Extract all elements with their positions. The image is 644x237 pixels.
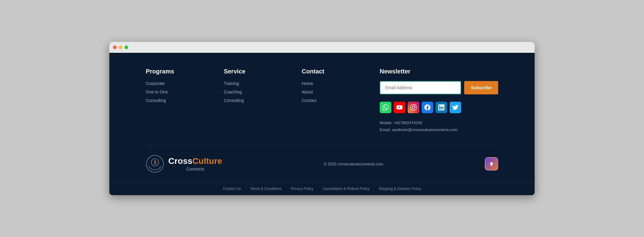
linkedin-icon[interactable] — [436, 102, 447, 113]
contact-link-contact[interactable]: Contact — [302, 98, 368, 103]
whatsapp-icon[interactable] — [380, 102, 391, 113]
bottom-link-contact[interactable]: Contact Us — [223, 187, 241, 191]
logo-text: CrossCulture Connects — [168, 157, 222, 171]
contact-info: Mobile: +917892474250 Email: santhosh@cr… — [380, 119, 498, 134]
service-link-coaching[interactable]: Coaching — [224, 90, 290, 94]
scroll-top-button[interactable] — [485, 157, 498, 171]
programs-title: Programs — [146, 68, 212, 75]
footer-bottom: 3 CrossCulture Connects © 2023 crosscult… — [146, 155, 498, 182]
contact-link-about[interactable]: About — [302, 90, 368, 94]
programs-link-consulting[interactable]: Consulting — [146, 98, 212, 103]
instagram-icon[interactable] — [408, 102, 419, 113]
footer-top: Programs Corporate One to One Consulting… — [146, 68, 498, 146]
scroll-up-icon — [488, 161, 495, 167]
twitter-icon[interactable] — [450, 102, 461, 113]
service-link-consulting[interactable]: Consulting — [224, 98, 290, 103]
facebook-icon[interactable] — [422, 102, 433, 113]
minimize-button[interactable] — [119, 46, 122, 49]
maximize-button[interactable] — [125, 46, 128, 49]
mobile-info: Mobile: +917892474250 — [380, 119, 498, 126]
bottom-link-terms[interactable]: Terms & Conditions — [250, 187, 282, 191]
youtube-icon[interactable] — [394, 102, 405, 113]
copyright-text: © 2023 crosscultureconnects.com — [324, 162, 383, 166]
logo-icon: 3 — [146, 155, 164, 173]
logo-culture: Culture — [192, 156, 222, 166]
divider — [146, 145, 498, 146]
programs-column: Programs Corporate One to One Consulting — [146, 68, 212, 134]
logo-cross: Cross — [168, 156, 192, 166]
email-input[interactable] — [380, 81, 461, 94]
newsletter-column: Newsletter Subscribe — [380, 68, 498, 134]
logo-name: CrossCulture — [168, 157, 222, 166]
logo-area: 3 CrossCulture Connects — [146, 155, 222, 173]
programs-link-onetoone[interactable]: One to One — [146, 90, 212, 94]
service-link-training[interactable]: Training — [224, 81, 290, 86]
contact-link-home[interactable]: Home — [302, 81, 368, 86]
bottom-link-privacy[interactable]: Privacy Policy — [291, 187, 313, 191]
logo-tagline: Connects — [168, 167, 222, 171]
service-column: Service Training Coaching Consulting — [224, 68, 290, 134]
contact-column: Contact Home About Contact — [302, 68, 368, 134]
service-title: Service — [224, 68, 290, 75]
bottom-link-cancellation[interactable]: Cancellation & Refund Policy — [323, 187, 370, 191]
email-info: Email: santhosh@crosscultureconnects.com — [380, 126, 498, 133]
contact-title: Contact — [302, 68, 368, 75]
programs-link-corporate[interactable]: Corporate — [146, 81, 212, 86]
close-button[interactable] — [113, 46, 117, 49]
newsletter-form: Subscribe — [380, 81, 498, 94]
bottom-link-shipping[interactable]: Shipping & Delivery Policy — [379, 187, 421, 191]
subscribe-button[interactable]: Subscribe — [464, 81, 498, 94]
footer-bottom-links: Contact Us Terms & Conditions Privacy Po… — [109, 182, 535, 195]
newsletter-title: Newsletter — [380, 68, 498, 75]
browser-titlebar — [109, 42, 535, 53]
social-icons — [380, 102, 498, 113]
footer: Programs Corporate One to One Consulting… — [109, 53, 535, 182]
browser-window: Programs Corporate One to One Consulting… — [109, 42, 535, 195]
svg-text:3: 3 — [154, 160, 156, 165]
